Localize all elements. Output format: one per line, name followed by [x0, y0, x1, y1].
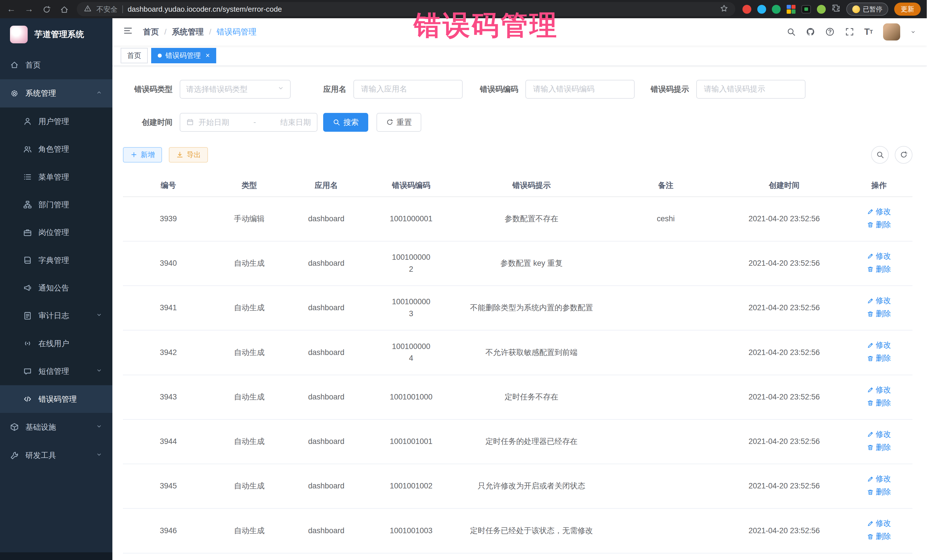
sidebar-item-dict-mgmt[interactable]: 字典管理	[0, 246, 112, 274]
delete-link[interactable]: 删除	[867, 219, 891, 231]
sidebar-item-sms-mgmt[interactable]: 短信管理	[0, 357, 112, 385]
search-icon[interactable]	[786, 27, 796, 36]
sidebar-item-post-mgmt[interactable]: 岗位管理	[0, 219, 112, 246]
breadcrumb-system[interactable]: 系统管理	[172, 27, 204, 37]
forward-icon[interactable]: →	[24, 4, 34, 14]
refresh-table-button[interactable]	[895, 146, 912, 164]
cell-type: 自动生成	[214, 553, 285, 560]
message-icon	[23, 367, 32, 376]
breadcrumb-home[interactable]: 首页	[143, 27, 159, 37]
extension-on-icon[interactable]	[801, 5, 811, 14]
delete-link[interactable]: 删除	[867, 442, 891, 454]
add-button[interactable]: 新增	[123, 147, 162, 162]
cell-actions: 修改 删除	[845, 508, 912, 553]
error-code-input[interactable]	[526, 80, 635, 99]
delete-link[interactable]: 删除	[867, 308, 891, 320]
error-hint-input[interactable]	[696, 80, 805, 99]
caret-down-icon[interactable]	[910, 29, 916, 35]
font-size-icon[interactable]: TT	[864, 27, 873, 36]
edit-link[interactable]: 修改	[867, 339, 891, 351]
bookmark-star-icon[interactable]	[720, 4, 728, 14]
extensions-puzzle-icon[interactable]	[832, 4, 840, 15]
app-logo-row[interactable]: 芋道管理系统	[0, 18, 112, 51]
cell-code: 1001000001	[368, 197, 454, 241]
sidebar-item-system-mgmt[interactable]: 系统管理	[0, 79, 112, 108]
sidebar: 芋道管理系统 首页 系统管理 用户管理 角色管理 菜单管理	[0, 18, 112, 560]
extension-red-icon[interactable]	[742, 5, 751, 14]
sidebar-item-infrastructure[interactable]: 基础设施	[0, 413, 112, 441]
tags-view-bar: 首页 错误码管理 ×	[112, 46, 927, 67]
cell-hint: 只允许修改为开启或者关闭状态	[454, 464, 609, 508]
cell-actions: 修改 删除	[845, 464, 912, 508]
search-icon	[876, 150, 884, 159]
error-type-select[interactable]: 请选择错误码类型	[180, 80, 291, 99]
search-icon	[333, 118, 340, 126]
delete-link[interactable]: 删除	[867, 264, 891, 275]
sidebar-item-error-code-mgmt[interactable]: 错误码管理	[0, 385, 112, 413]
create-time-label: 创建时间	[123, 117, 173, 127]
sidebar-item-menu-mgmt[interactable]: 菜单管理	[0, 163, 112, 191]
tab-error-code-mgmt[interactable]: 错误码管理 ×	[151, 48, 216, 63]
address-bar[interactable]: 不安全 dashboard.yudao.iocoder.cn/system/er…	[77, 2, 736, 16]
delete-link[interactable]: 删除	[867, 486, 891, 498]
pencil-icon	[867, 520, 874, 527]
sidebar-item-audit-log[interactable]: 审计日志	[0, 302, 112, 329]
date-range-picker[interactable]: 开始日期 - 结束日期	[180, 113, 318, 132]
start-date-placeholder: 开始日期	[199, 117, 229, 127]
sidebar-item-online-users[interactable]: 在线用户	[0, 329, 112, 357]
sidebar-item-notice[interactable]: 通知公告	[0, 274, 112, 302]
cell-created: 2021-04-20 23:52:56	[723, 464, 845, 508]
delete-link[interactable]: 删除	[867, 352, 891, 364]
sidebar-item-dept-mgmt[interactable]: 部门管理	[0, 191, 112, 219]
export-button[interactable]: 导出	[169, 147, 208, 162]
toggle-search-button[interactable]	[871, 146, 889, 164]
create-time-field: 创建时间 开始日期 - 结束日期	[123, 113, 318, 132]
cell-app: dashboard	[285, 508, 368, 553]
browser-update-button[interactable]: 更新	[894, 3, 921, 16]
reload-icon[interactable]	[41, 4, 52, 14]
app-title: 芋道管理系统	[34, 29, 84, 40]
edit-link[interactable]: 修改	[867, 518, 891, 530]
app-name-input[interactable]	[353, 80, 463, 99]
github-icon[interactable]	[806, 27, 815, 36]
main-content: 错误码类型 请选择错误码类型 应用名 错误码编码 错误码提示 创建时间	[112, 66, 927, 560]
edit-link[interactable]: 修改	[867, 473, 891, 485]
extension-leaf-icon[interactable]	[817, 5, 826, 14]
extension-green-icon[interactable]	[772, 5, 781, 14]
tab-home[interactable]: 首页	[121, 48, 148, 63]
chevron-down-icon	[96, 311, 102, 320]
edit-link[interactable]: 修改	[867, 206, 891, 218]
edit-link[interactable]: 修改	[867, 428, 891, 440]
calendar-icon	[186, 118, 194, 126]
help-icon[interactable]	[825, 27, 834, 36]
edit-link[interactable]: 修改	[867, 250, 891, 262]
close-tab-icon[interactable]: ×	[206, 52, 210, 59]
edit-link[interactable]: 修改	[867, 384, 891, 396]
sidebar-item-dev-tools[interactable]: 研发工具	[0, 442, 112, 470]
delete-link[interactable]: 删除	[867, 531, 891, 543]
reset-button[interactable]: 重置	[377, 113, 421, 132]
sidebar-collapse-bar[interactable]	[0, 552, 112, 560]
trash-icon	[867, 399, 874, 407]
cell-created: 2021-04-20 23:52:56	[723, 286, 845, 330]
sidebar-item-user-mgmt[interactable]: 用户管理	[0, 108, 112, 135]
delete-link[interactable]: 删除	[867, 397, 891, 409]
cell-actions: 修改 删除	[845, 419, 912, 464]
pencil-icon	[867, 253, 874, 260]
error-hint-field: 错误码提示	[650, 80, 805, 99]
extension-grid-icon[interactable]	[787, 5, 795, 14]
sidebar-item-home[interactable]: 首页	[0, 51, 112, 79]
search-button[interactable]: 搜索	[323, 113, 368, 132]
col-id: 编号	[123, 174, 214, 196]
sidebar-item-role-mgmt[interactable]: 角色管理	[0, 135, 112, 163]
cell-hint: 只有开启状态的任务，才可以修改	[454, 553, 609, 560]
extension-blue-icon[interactable]	[757, 5, 766, 14]
hamburger-icon[interactable]	[123, 26, 133, 38]
back-icon[interactable]: ←	[6, 4, 17, 14]
fullscreen-icon[interactable]	[845, 27, 854, 36]
cell-app: dashboard	[285, 419, 368, 464]
edit-link[interactable]: 修改	[867, 295, 891, 307]
user-avatar[interactable]	[883, 23, 900, 41]
profile-paused-badge[interactable]: 已暂停	[846, 3, 888, 16]
home-icon-chrome[interactable]	[59, 4, 70, 14]
